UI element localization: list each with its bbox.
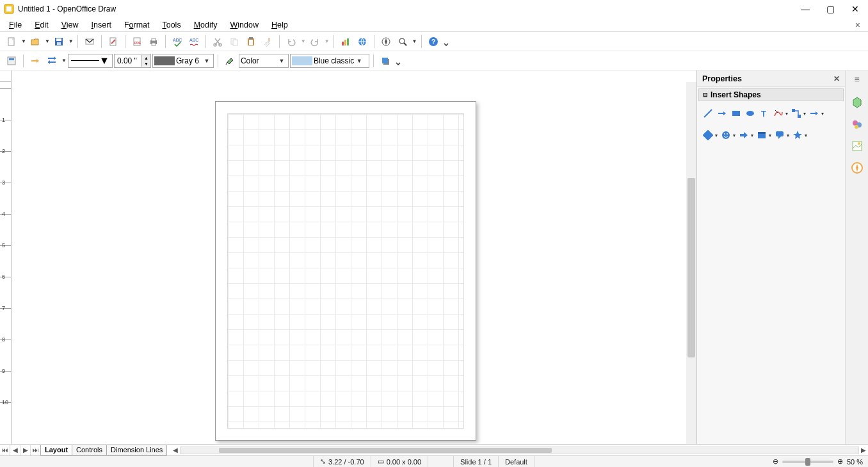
tab-nav-first[interactable]: ⏮ — [0, 445, 10, 455]
line-ends-button[interactable] — [44, 53, 60, 69]
minimize-button[interactable]: — — [801, 4, 810, 14]
zoom-value[interactable]: 50 % — [847, 458, 863, 466]
tab-nav-last[interactable]: ⏭ — [31, 445, 41, 455]
drawing-canvas[interactable] — [12, 82, 696, 444]
line-tool-icon[interactable] — [702, 108, 714, 119]
zoom-slider-knob[interactable] — [805, 458, 810, 466]
insert-shapes-header[interactable]: ⊟ Insert Shapes — [698, 88, 844, 101]
save-dropdown[interactable]: ▼ — [68, 38, 74, 44]
undo-button[interactable] — [284, 34, 299, 49]
navigator-button[interactable] — [378, 34, 394, 49]
menu-format[interactable]: Format — [118, 19, 156, 31]
menu-window[interactable]: Window — [223, 19, 264, 31]
vertical-ruler[interactable]: 12345678910 — [0, 82, 12, 444]
tab-nav-next[interactable]: ▶ — [20, 445, 31, 455]
line-width-spinner[interactable]: ▲▼ — [114, 54, 151, 68]
layer-tab-layout[interactable]: Layout — [40, 445, 72, 455]
line-ends-dropdown[interactable]: ▼ — [61, 58, 67, 63]
menu-tools[interactable]: Tools — [156, 19, 187, 31]
help-button[interactable]: ? — [426, 34, 441, 49]
connector-dropdown[interactable]: ▾ — [803, 111, 806, 117]
callouts-icon[interactable] — [774, 129, 785, 141]
zoom-in-button[interactable]: ⊕ — [837, 457, 843, 466]
symbol-shapes-icon[interactable] — [720, 129, 732, 141]
vertical-scroll-thumb[interactable] — [687, 178, 695, 357]
undo-dropdown[interactable]: ▼ — [301, 38, 306, 44]
new-dropdown[interactable]: ▼ — [21, 38, 26, 44]
layer-tab-dimension[interactable]: Dimension Lines — [106, 445, 167, 455]
zoom-slider[interactable] — [782, 461, 833, 463]
tab-nav-prev[interactable]: ◀ — [10, 445, 20, 455]
auto-spellcheck-button[interactable]: ABC — [186, 34, 202, 49]
menu-modify[interactable]: Modify — [188, 19, 224, 31]
format-paintbrush-button[interactable] — [260, 34, 275, 49]
block-arrows-dropdown[interactable]: ▾ — [751, 133, 753, 138]
status-template[interactable]: Default — [499, 456, 534, 467]
hscroll-thumb[interactable] — [219, 448, 552, 453]
menu-file[interactable]: File — [3, 19, 28, 31]
layer-tab-controls[interactable]: Controls — [72, 445, 107, 455]
line-width-input[interactable] — [115, 54, 141, 67]
arrow-style-button[interactable] — [28, 53, 43, 69]
hyperlink-button[interactable] — [355, 34, 370, 49]
open-button[interactable] — [28, 34, 43, 49]
callouts-dropdown[interactable]: ▾ — [787, 133, 789, 138]
spellcheck-button[interactable]: ABC — [170, 34, 185, 49]
print-button[interactable] — [146, 34, 161, 49]
styles-button[interactable] — [4, 53, 19, 69]
maximize-button[interactable]: ▢ — [826, 4, 835, 14]
toolbar-overflow-button[interactable] — [442, 34, 450, 49]
copy-button[interactable] — [227, 34, 242, 49]
basic-shapes-dropdown[interactable]: ▾ — [715, 133, 718, 138]
block-arrows-icon[interactable] — [738, 129, 750, 141]
gallery-tab-icon[interactable] — [849, 138, 865, 154]
area-mode-selector[interactable]: Color ▼ — [239, 54, 289, 68]
zoom-button[interactable] — [395, 34, 410, 49]
line-color-selector[interactable]: Gray 6 ▼ — [152, 54, 214, 68]
redo-button[interactable] — [307, 34, 323, 49]
close-document-button[interactable]: × — [850, 20, 865, 30]
menu-help[interactable]: Help — [265, 19, 294, 31]
flowchart-icon[interactable] — [756, 129, 768, 141]
page[interactable] — [215, 101, 476, 441]
stars-dropdown[interactable]: ▾ — [805, 133, 807, 138]
lines-arrows-tool-icon[interactable] — [808, 108, 820, 119]
new-button[interactable] — [4, 34, 19, 49]
edit-file-button[interactable] — [106, 34, 121, 49]
line-style-selector[interactable]: ▼ — [68, 54, 113, 68]
chart-button[interactable] — [338, 34, 353, 49]
hscroll-left[interactable]: ◀ — [171, 447, 180, 454]
export-pdf-button[interactable]: PDF — [129, 34, 145, 49]
curve-dropdown[interactable]: ▾ — [785, 111, 788, 117]
line-width-up[interactable]: ▲ — [141, 55, 150, 61]
cut-button[interactable] — [210, 34, 225, 49]
curve-tool-icon[interactable] — [773, 108, 784, 119]
zoom-out-button[interactable]: ⊖ — [773, 457, 778, 466]
rectangle-tool-icon[interactable] — [730, 108, 742, 119]
navigator-tab-icon[interactable] — [849, 160, 865, 176]
ellipse-tool-icon[interactable] — [744, 108, 756, 119]
area-fill-button[interactable] — [222, 53, 237, 69]
toolbar2-overflow-button[interactable] — [394, 53, 402, 69]
basic-shapes-icon[interactable] — [702, 129, 714, 141]
horizontal-scrollbar[interactable]: ◀ ▶ — [171, 447, 868, 454]
styles-tab-icon[interactable] — [849, 117, 865, 132]
properties-tab-icon[interactable] — [849, 95, 865, 110]
save-button[interactable] — [51, 34, 67, 49]
close-window-button[interactable]: ✕ — [851, 4, 859, 14]
menu-view[interactable]: View — [55, 19, 85, 31]
hscroll-right[interactable]: ▶ — [859, 447, 868, 454]
shadow-button[interactable] — [378, 53, 393, 69]
sidebar-close-button[interactable]: ✕ — [833, 74, 840, 83]
line-width-down[interactable]: ▼ — [141, 61, 150, 67]
symbol-shapes-dropdown[interactable]: ▾ — [733, 133, 735, 138]
stars-icon[interactable] — [792, 129, 803, 141]
redo-dropdown[interactable]: ▼ — [325, 38, 330, 44]
menu-edit[interactable]: Edit — [28, 19, 55, 31]
text-tool-icon[interactable]: T — [759, 108, 770, 119]
connector-tool-icon[interactable] — [791, 108, 802, 119]
area-color-selector[interactable]: Blue classic ▼ — [290, 54, 369, 68]
flowchart-dropdown[interactable]: ▾ — [769, 133, 771, 138]
sidebar-menu-icon[interactable]: ≡ — [854, 74, 859, 85]
email-button[interactable] — [82, 34, 97, 49]
